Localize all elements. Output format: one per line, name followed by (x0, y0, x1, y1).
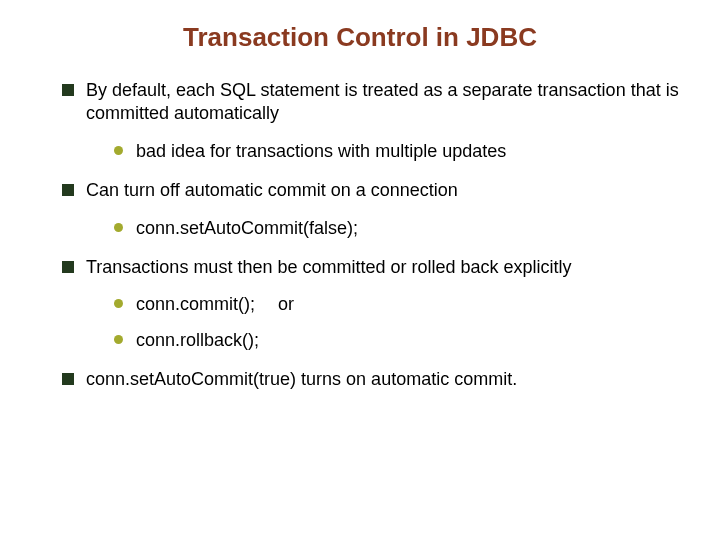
sub-suffix: or (278, 293, 294, 316)
bullet-list: By default, each SQL statement is treate… (40, 79, 680, 392)
sub-text: conn.commit(); (136, 294, 255, 314)
bullet-text: Can turn off automatic commit on a conne… (86, 180, 458, 200)
sub-item: conn.setAutoCommit(false); (114, 217, 680, 240)
bullet-item: conn.setAutoCommit(true) turns on automa… (62, 368, 680, 391)
sub-list: bad idea for transactions with multiple … (86, 140, 680, 163)
slide-title: Transaction Control in JDBC (40, 22, 680, 53)
sub-text: conn.setAutoCommit(false); (136, 218, 358, 238)
sub-list: conn.setAutoCommit(false); (86, 217, 680, 240)
sub-item: conn.rollback(); (114, 329, 680, 352)
bullet-item: By default, each SQL statement is treate… (62, 79, 680, 163)
bullet-text: Transactions must then be committed or r… (86, 257, 572, 277)
bullet-text: conn.setAutoCommit(true) turns on automa… (86, 369, 517, 389)
sub-text: bad idea for transactions with multiple … (136, 141, 506, 161)
sub-item: conn.commit(); or (114, 293, 680, 316)
bullet-item: Transactions must then be committed or r… (62, 256, 680, 352)
sub-text: conn.rollback(); (136, 330, 259, 350)
bullet-item: Can turn off automatic commit on a conne… (62, 179, 680, 240)
slide: Transaction Control in JDBC By default, … (0, 0, 720, 540)
sub-list: conn.commit(); or conn.rollback(); (86, 293, 680, 352)
bullet-text: By default, each SQL statement is treate… (86, 80, 679, 123)
sub-item: bad idea for transactions with multiple … (114, 140, 680, 163)
